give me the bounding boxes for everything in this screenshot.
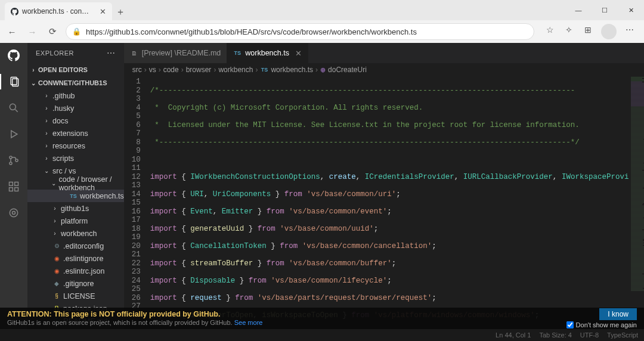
tree-item[interactable]: TSworkbench.ts xyxy=(27,190,124,202)
editor-tab-bar: 🗎 [Preview] \README.md TS workbench.ts ✕… xyxy=(124,43,644,63)
tree-item[interactable]: §LICENSE xyxy=(27,290,124,302)
svg-rect-10 xyxy=(10,188,13,191)
close-tab-icon[interactable]: ✕ xyxy=(295,49,302,58)
sidebar-more-icon[interactable]: ⋯ xyxy=(107,48,116,58)
tree-item[interactable]: ◆.gitignore xyxy=(27,277,124,290)
open-editors-section[interactable]: › OPEN EDITORS xyxy=(27,63,124,76)
dont-show-input[interactable] xyxy=(566,321,574,328)
tree-item[interactable]: ›docs xyxy=(27,114,124,127)
tree-item[interactable]: ⚙.editorconfig xyxy=(27,240,124,252)
svg-point-13 xyxy=(13,212,16,215)
status-lncol[interactable]: Ln 44, Col 1 xyxy=(496,331,531,339)
preview-icon: 🗎 xyxy=(130,49,138,57)
tree-item[interactable]: ◉.eslintignore xyxy=(27,252,124,265)
svg-point-6 xyxy=(10,162,12,165)
editor-tab-workbench[interactable]: TS workbench.ts ✕ xyxy=(227,43,308,63)
search-icon[interactable] xyxy=(6,100,21,116)
tree-item[interactable]: ›workbench xyxy=(27,227,124,240)
address-bar: ← → ⟳ 🔒 https://github1s.com/conwnet/git… xyxy=(0,20,644,43)
i-know-button[interactable]: I know xyxy=(599,308,637,320)
source-control-icon[interactable] xyxy=(6,153,21,168)
file-tree: ›.github›.husky›docs›extensions›resource… xyxy=(27,89,124,329)
notification-title: ATTENTION: This page is NOT officially p… xyxy=(7,310,262,318)
tree-item[interactable]: ›resources xyxy=(27,140,124,152)
line-gutter: 1234567891011121314151617181920212223242… xyxy=(124,76,147,329)
svg-point-12 xyxy=(10,209,17,216)
url-text: https://github1s.com/conwnet/github1s/bl… xyxy=(86,27,417,36)
tree-item[interactable]: ›scripts xyxy=(27,152,124,165)
reload-button[interactable]: ⟳ xyxy=(45,24,60,39)
status-tabsize[interactable]: Tab Size: 4 xyxy=(539,331,571,339)
ts-file-icon: TS xyxy=(260,66,268,74)
chevron-right-icon: › xyxy=(30,67,37,73)
open-editors-label: OPEN EDITORS xyxy=(38,66,88,73)
maximize-button[interactable]: ☐ xyxy=(592,0,618,20)
back-button[interactable]: ← xyxy=(5,24,19,39)
svg-line-3 xyxy=(16,110,18,112)
browser-chrome: workbench.ts · conwnet/github1 ✕ ＋ ― ☐ ✕… xyxy=(0,0,644,43)
github-favicon-icon xyxy=(11,7,18,16)
run-debug-icon[interactable] xyxy=(6,126,21,142)
browser-tab-title: workbench.ts · conwnet/github1 xyxy=(22,7,94,16)
tree-item[interactable]: ›extensions xyxy=(27,127,124,140)
editor-tab-label: [Preview] \README.md xyxy=(142,49,221,57)
notification-subtitle: GitHub1s is an open source project, whic… xyxy=(7,318,262,327)
close-window-button[interactable]: ✕ xyxy=(618,0,644,20)
new-tab-button[interactable]: ＋ xyxy=(112,4,129,20)
code-content: /*--------------------------------------… xyxy=(147,76,629,329)
tree-item[interactable]: ◉.eslintrc.json xyxy=(27,265,124,277)
svg-point-7 xyxy=(16,159,18,162)
collections-icon[interactable]: ⊞ xyxy=(582,24,594,36)
svg-marker-4 xyxy=(11,131,17,138)
repo-label: CONWNET/GITHUB1S xyxy=(38,79,107,86)
ts-file-icon: TS xyxy=(233,49,242,57)
function-icon: ⊕ xyxy=(320,66,326,74)
vscode-root: EXPLORER ⋯ › OPEN EDITORS ⌄ CONWNET/GITH… xyxy=(0,43,644,329)
editor-area: 🗎 [Preview] \README.md TS workbench.ts ✕… xyxy=(124,43,644,329)
explorer-icon[interactable] xyxy=(0,74,27,89)
see-more-link[interactable]: See more xyxy=(234,319,263,326)
profile-avatar[interactable] xyxy=(601,24,617,39)
sponsor-icon[interactable] xyxy=(6,205,21,221)
svg-rect-8 xyxy=(10,182,13,186)
menu-icon[interactable]: ⋯ xyxy=(624,24,636,36)
editor-tab-readme[interactable]: 🗎 [Preview] \README.md xyxy=(124,43,228,63)
sidebar-header: EXPLORER ⋯ xyxy=(27,43,124,63)
forward-button[interactable]: → xyxy=(25,24,39,39)
activity-bar xyxy=(0,43,27,329)
svg-rect-11 xyxy=(15,188,18,191)
lock-icon: 🔒 xyxy=(72,27,81,36)
chevron-down-icon: ⌄ xyxy=(30,80,37,86)
svg-point-5 xyxy=(10,156,12,159)
tree-item[interactable]: ⌄code / browser / workbench xyxy=(27,177,124,190)
svg-rect-9 xyxy=(15,182,18,186)
extensions-icon[interactable] xyxy=(6,179,21,194)
tree-item[interactable]: ›platform xyxy=(27,215,124,227)
code-view[interactable]: 1234567891011121314151617181920212223242… xyxy=(124,76,644,329)
minimap[interactable] xyxy=(628,76,644,329)
url-input[interactable]: 🔒 https://github1s.com/conwnet/github1s/… xyxy=(66,23,534,40)
svg-point-2 xyxy=(10,104,16,110)
github-logo-icon[interactable] xyxy=(6,48,21,63)
browser-tab[interactable]: workbench.ts · conwnet/github1 ✕ xyxy=(5,2,112,20)
notification-bar: ATTENTION: This page is NOT officially p… xyxy=(0,308,644,329)
tab-close-icon[interactable]: ✕ xyxy=(100,7,106,16)
minimize-button[interactable]: ― xyxy=(565,0,592,20)
browser-tab-strip: workbench.ts · conwnet/github1 ✕ ＋ ― ☐ ✕ xyxy=(0,0,644,20)
status-bar: Ln 44, Col 1 Tab Size: 4 UTF-8 TypeScrip… xyxy=(0,329,644,341)
sidebar-title: EXPLORER xyxy=(36,49,74,57)
sidebar: EXPLORER ⋯ › OPEN EDITORS ⌄ CONWNET/GITH… xyxy=(27,43,124,329)
tree-item[interactable]: ›github1s xyxy=(27,202,124,215)
repo-section[interactable]: ⌄ CONWNET/GITHUB1S xyxy=(27,76,124,89)
editor-tab-label: workbench.ts xyxy=(245,49,289,57)
status-encoding[interactable]: UTF-8 xyxy=(580,331,599,339)
breadcrumbs[interactable]: src› vs› code› browser› workbench› TS wo… xyxy=(124,63,644,76)
status-lang[interactable]: TypeScript xyxy=(607,331,638,339)
favorite-icon[interactable]: ☆ xyxy=(544,24,556,36)
dont-show-checkbox[interactable]: Don't show me again xyxy=(566,321,637,328)
window-controls: ― ☐ ✕ xyxy=(565,0,644,20)
tree-item[interactable]: ›.github xyxy=(27,89,124,102)
tree-item[interactable]: ›.husky xyxy=(27,102,124,114)
extension-icon[interactable]: ✧ xyxy=(563,24,575,36)
